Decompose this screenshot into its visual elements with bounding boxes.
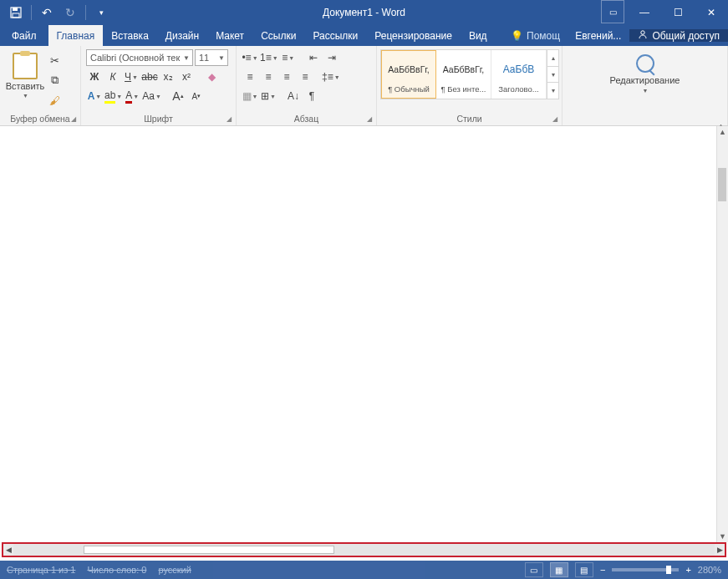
tab-mailings[interactable]: Рассылки (304, 25, 366, 46)
web-layout-button[interactable]: ▤ (575, 562, 593, 577)
strikethrough-button[interactable]: abc (141, 69, 158, 85)
tab-layout[interactable]: Макет (207, 25, 252, 46)
scroll-left-button[interactable]: ◀ (3, 544, 13, 556)
tab-review[interactable]: Рецензирование (366, 25, 461, 46)
copy-icon: ⧉ (51, 74, 59, 87)
underline-label: Ч (125, 71, 131, 83)
bold-label: Ж (90, 71, 99, 83)
shading-button[interactable]: ▦▼ (242, 88, 258, 104)
clipboard-dialog-launcher[interactable]: ◢ (69, 114, 78, 123)
underline-button[interactable]: Ч▼ (123, 69, 140, 85)
align-left-button[interactable]: ≡ (242, 69, 258, 85)
grow-font-label: A (172, 89, 180, 103)
page-indicator[interactable]: Страница 1 из 1 (7, 565, 75, 575)
copy-button[interactable]: ⧉ (45, 72, 64, 89)
share-label: Общий доступ (652, 30, 720, 42)
scroll-right-button[interactable]: ▶ (715, 544, 725, 556)
cut-button[interactable]: ✂ (45, 52, 64, 69)
tell-me-search[interactable]: 💡 Помощ (504, 30, 567, 42)
account-name[interactable]: Евгений... (567, 30, 629, 42)
styles-dialog-launcher[interactable]: ◢ (551, 114, 559, 123)
tab-file[interactable]: Файл (0, 25, 48, 46)
undo-icon[interactable]: ↶ (36, 2, 58, 23)
scroll-down-button[interactable]: ▼ (717, 531, 728, 542)
horizontal-scrollbar-highlighted: ◀ ▶ (2, 542, 726, 557)
style-heading1[interactable]: АаБбВ Заголово... (491, 50, 547, 99)
print-layout-button[interactable]: ▦ (550, 562, 568, 577)
status-bar: Страница 1 из 1 Число слов: 0 русский ▭ … (0, 561, 728, 579)
minimize-button[interactable]: — (628, 0, 661, 25)
scroll-up-button[interactable]: ▲ (717, 126, 728, 138)
style-no-spacing[interactable]: АаБбВвГг, ¶ Без инте... (436, 50, 491, 99)
change-case-button[interactable]: Aa▼ (142, 88, 161, 104)
word-count[interactable]: Число слов: 0 (87, 565, 146, 575)
tab-home[interactable]: Главная (48, 25, 104, 46)
borders-button[interactable]: ⊞▼ (260, 88, 277, 104)
highlight-button[interactable]: ab▼ (104, 88, 122, 104)
scissors-icon: ✂ (50, 54, 59, 67)
share-button[interactable]: Общий доступ (629, 29, 728, 42)
hscroll-thumb[interactable] (84, 546, 334, 554)
text-effects-button[interactable]: A▼ (86, 88, 103, 104)
paste-button[interactable]: Вставить ▼ (5, 49, 45, 112)
tab-references[interactable]: Ссылки (252, 25, 304, 46)
italic-button[interactable]: К (104, 69, 121, 85)
language-indicator[interactable]: русский (158, 565, 191, 575)
grow-font-button[interactable]: A▴ (170, 88, 186, 104)
qat-customize-icon[interactable]: ▾ (90, 2, 112, 23)
align-center-button[interactable]: ≡ (260, 69, 277, 85)
ribbon-display-options-icon[interactable]: ▭ (601, 0, 624, 23)
maximize-button[interactable]: ☐ (661, 0, 695, 25)
font-size-combo[interactable]: 11 ▼ (195, 49, 228, 66)
format-painter-button[interactable]: 🖌 (45, 92, 64, 109)
editing-button[interactable]: Редактирование ▼ (568, 49, 722, 112)
close-button[interactable]: ✕ (695, 0, 728, 25)
tab-view[interactable]: Вид (461, 25, 496, 46)
increase-indent-button[interactable]: ⇥ (323, 49, 340, 66)
gallery-down-button[interactable]: ▾ (547, 67, 558, 84)
vscroll-thumb[interactable] (718, 168, 726, 201)
tab-design[interactable]: Дизайн (157, 25, 207, 46)
zoom-thumb[interactable] (666, 566, 671, 574)
decrease-indent-button[interactable]: ⇤ (305, 49, 322, 66)
paragraph-dialog-launcher[interactable]: ◢ (365, 114, 374, 123)
multilevel-list-button[interactable]: ≡▼ (280, 49, 297, 66)
superscript-button[interactable]: x² (178, 69, 195, 85)
clear-formatting-button[interactable]: ◆ (203, 69, 220, 85)
document-canvas[interactable] (0, 126, 716, 542)
justify-button[interactable]: ≡ (297, 69, 313, 85)
font-family-combo[interactable]: Calibri (Основной тек ▼ (86, 49, 193, 66)
title-bar: ↶ ↻ ▾ Документ1 - Word ▭ — ☐ ✕ (0, 0, 728, 25)
tab-insert[interactable]: Вставка (103, 25, 157, 46)
align-right-button[interactable]: ≡ (278, 69, 295, 85)
find-icon (636, 54, 654, 73)
zoom-level[interactable]: 280% (698, 565, 721, 575)
sort-icon: А↓ (288, 90, 299, 102)
gallery-more-button[interactable]: ▾ (547, 83, 558, 99)
subscript-button[interactable]: x₂ (160, 69, 176, 85)
zoom-in-button[interactable]: + (685, 565, 690, 575)
gallery-up-button[interactable]: ▴ (547, 50, 558, 67)
bullets-button[interactable]: •≡▼ (242, 49, 258, 66)
outdent-icon: ⇤ (309, 52, 318, 63)
font-dialog-launcher[interactable]: ◢ (225, 114, 233, 123)
shrink-font-button[interactable]: A▾ (188, 88, 205, 104)
sort-button[interactable]: А↓ (285, 88, 302, 104)
style-gallery-spinner: ▴ ▾ ▾ (547, 50, 558, 99)
align-left-icon: ≡ (247, 71, 252, 83)
read-mode-button[interactable]: ▭ (525, 562, 543, 577)
font-color-button[interactable]: A▼ (124, 88, 140, 104)
bold-button[interactable]: Ж (86, 69, 103, 85)
highlight-label: ab (104, 89, 115, 104)
zoom-slider[interactable] (612, 568, 679, 571)
line-spacing-button[interactable]: ‡≡▼ (322, 69, 340, 85)
chevron-down-icon: ▼ (183, 54, 190, 62)
zoom-out-button[interactable]: − (600, 565, 605, 575)
style-normal[interactable]: АаБбВвГг, ¶ Обычный (381, 50, 436, 99)
save-icon[interactable] (5, 2, 27, 23)
vertical-scrollbar[interactable]: ▲ ▼ (716, 126, 728, 542)
hscroll-track[interactable] (13, 544, 715, 556)
numbering-button[interactable]: 1≡▼ (260, 49, 278, 66)
redo-icon[interactable]: ↻ (59, 2, 81, 23)
show-marks-button[interactable]: ¶ (303, 88, 320, 104)
